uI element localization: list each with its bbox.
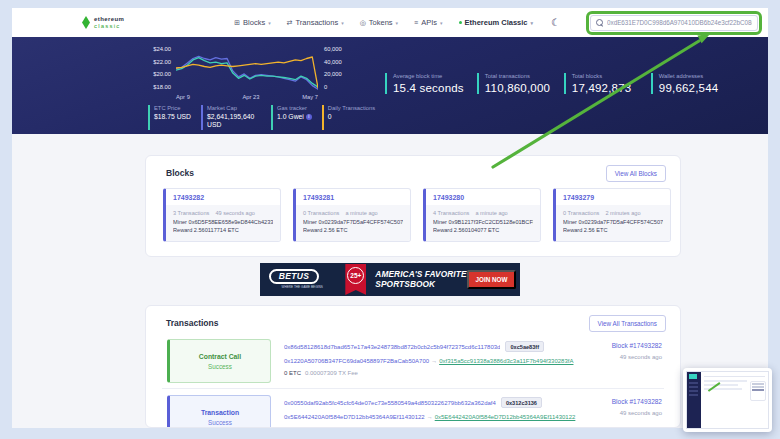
arrow-right-icon: → [431, 358, 437, 364]
page-preview-thumbnail[interactable] [683, 368, 772, 432]
ad-headline-line2: SPORTSBOOK [375, 280, 466, 290]
stat-value: 15.4 seconds [393, 82, 464, 94]
block-number-link[interactable]: 17493281 [296, 189, 410, 205]
search-annotation-highlight [586, 11, 762, 35]
tx-method-badge: 0xc5ae83ff [505, 341, 544, 352]
block-miner[interactable]: Miner 0x9B1217f3FcC2CD5128e01BCFFa.. [433, 218, 533, 227]
transaction-row: Transaction Success 0x00550daf92ab5fc45c… [167, 395, 662, 428]
age-badge-text: 25+ [347, 267, 364, 284]
block-age: a minute ago [475, 210, 507, 216]
block-card[interactable]: 17493282 3 Transactions49 seconds ago Mi… [163, 188, 281, 242]
top-navigation: ethereum classic ⊞ Blocks ▾ ⇄ Transactio… [12, 8, 768, 37]
tx-from-address-link[interactable]: 0x1220A50706B347FC69da0458897F2BaCab50A7… [284, 358, 429, 364]
block-age: a minute ago [345, 210, 377, 216]
transactions-section: Transactions View All Transactions Contr… [145, 305, 681, 428]
chevron-down-icon: ▾ [531, 20, 534, 26]
block-card[interactable]: 17493281 0 Transactionsa minute ago Mine… [293, 188, 411, 242]
explorer-page: ethereum classic ⊞ Blocks ▾ ⇄ Transactio… [12, 8, 768, 428]
block-number-link[interactable]: 17493282 [166, 189, 280, 205]
block-tx-count: 4 Transactions [433, 210, 469, 216]
info-icon[interactable]: i [306, 114, 312, 120]
nav-item-label: Tokens [369, 18, 393, 27]
block-card[interactable]: 17493280 4 Transactionsa minute ago Mine… [423, 188, 541, 242]
chevron-down-icon: ▾ [396, 20, 399, 26]
stat-label: Total transactions [485, 73, 551, 79]
block-card-body: 0 Transactions2 minutes ago Miner 0x0239… [556, 205, 670, 241]
legend-value: $2,641,195,640 USD [207, 113, 261, 130]
tx-status: Success [208, 419, 232, 426]
block-meta: 4 Transactionsa minute ago [433, 209, 533, 218]
block-miner[interactable]: Miner 0x0239da7F7D5aF4CFF574C507bb.. [563, 218, 663, 227]
ethereum-classic-logo[interactable]: ethereum classic [82, 16, 124, 30]
axis-tick: Apr 9 [176, 94, 190, 100]
betus-tagline: WHERE THE GAME BEGINS [282, 285, 323, 289]
block-number-link[interactable]: 17493280 [426, 189, 540, 205]
row-divider [162, 388, 664, 389]
chevron-down-icon: ▾ [440, 20, 443, 26]
tokens-icon: ◎ [360, 19, 366, 27]
view-all-blocks-button[interactable]: View All Blocks [606, 165, 666, 182]
search-box[interactable] [590, 15, 758, 31]
legend-gas-tracker: Gas tracker 1.0 Gweii [271, 105, 312, 130]
nav-item-transactions[interactable]: ⇄ Transactions ▾ [287, 18, 344, 27]
tx-type-badge: Transaction Success [167, 395, 271, 428]
thumbnail-logo-block [689, 374, 697, 379]
block-meta: 3 Transactions49 seconds ago [173, 209, 273, 218]
chevron-down-icon: ▾ [268, 20, 271, 26]
tx-value: 0 ETC [284, 370, 301, 376]
nav-item-blocks[interactable]: ⊞ Blocks ▾ [234, 18, 270, 27]
tx-value: 0 ETC [284, 426, 301, 428]
tx-to-address-link[interactable]: 0x5E6442420A0f584eD7D12bb45364A9Ef114301… [435, 414, 576, 420]
block-miner[interactable]: Miner 0x6D5F58EE658e9eD844Cb42337.. [173, 218, 273, 227]
stat-total-blocks: Total blocks 17,492,873 [564, 73, 638, 94]
tx-hash-link[interactable]: 0x86d58128618d7bad657e17a43e248738bd872b… [284, 344, 500, 350]
stat-value: 99,662,544 [659, 82, 725, 94]
block-card-body: 3 Transactions49 seconds ago Miner 0x6D5… [166, 205, 280, 241]
block-miner[interactable]: Miner 0x0239da7F7D5aF4CFF574C507bb.. [303, 218, 403, 227]
view-all-transactions-button[interactable]: View All Transactions [589, 315, 666, 332]
block-card-list: 17493282 3 Transactions49 seconds ago Mi… [163, 188, 671, 242]
thumbnail-main [701, 372, 768, 428]
axis-tick: May 7 [302, 94, 318, 100]
join-now-button[interactable]: JOIN NOW [467, 270, 517, 289]
tx-to-address-link[interactable]: 0xf315a5cc91338a3886d3c3a11F7b494f330283… [439, 358, 573, 364]
tx-block-link[interactable]: Block #17493282 [612, 398, 662, 405]
block-card[interactable]: 17493279 0 Transactions2 minutes ago Min… [553, 188, 671, 242]
tx-method-badge: 0x312c3136 [501, 397, 542, 408]
legend-market-cap: Market Cap $2,641,195,640 USD [201, 105, 261, 130]
transactions-icon: ⇄ [287, 19, 293, 27]
legend-label: Daily Transactions [328, 105, 375, 111]
tx-age: 49 seconds ago [612, 410, 662, 416]
network-selector[interactable]: Ethereum Classic ▾ [459, 18, 533, 27]
tx-type-badge: Contract Call Success [167, 339, 271, 383]
legend-label: Market Cap [207, 105, 261, 111]
tx-from-address-link[interactable]: 0x5E6442420A0f584eD7D12bb45364A9Ef114301… [284, 414, 425, 420]
nav-item-apis[interactable]: ≡ APIs ▾ [414, 18, 442, 27]
block-number-link[interactable]: 17493279 [556, 189, 670, 205]
nav-item-tokens[interactable]: ◎ Tokens ▾ [360, 18, 398, 27]
block-tx-count: 3 Transactions [173, 210, 209, 216]
chart-right-axis: 60,000 40,000 20,000 0 [318, 46, 348, 90]
legend-value: $18.75 USD [154, 113, 191, 121]
tx-hash-link[interactable]: 0x00550daf92ab5fc45cfc64de07ec73e5580549… [284, 400, 496, 406]
legend-label: Gas tracker [277, 105, 312, 111]
nav-item-label: APIs [421, 18, 437, 27]
gas-value: 1.0 Gwei [277, 113, 304, 120]
transaction-row: Contract Call Success 0x86d58128618d7bad… [167, 339, 662, 383]
legend-value: 1.0 Gweii [277, 113, 312, 121]
tx-fee: 0.000022312 TX Fee [305, 426, 361, 428]
axis-tick: 0 [324, 84, 348, 90]
block-reward: Reward 2.56 ETC [303, 226, 403, 235]
block-reward: Reward 2.560104077 ETC [433, 226, 533, 235]
network-selector-label: Ethereum Classic [465, 18, 528, 27]
dark-mode-toggle-moon-icon[interactable]: ☾ [551, 17, 560, 28]
axis-tick: $22.00 [146, 59, 171, 65]
stat-value: 17,492,873 [572, 82, 638, 94]
block-tx-count: 0 Transactions [563, 210, 599, 216]
ad-banner[interactable]: BETUS WHERE THE GAME BEGINS 25+ AMERICA'… [260, 263, 520, 296]
search-input[interactable] [607, 19, 752, 26]
tx-block-link[interactable]: Block #17493282 [612, 342, 662, 349]
block-age: 49 seconds ago [215, 210, 255, 216]
block-tx-count: 0 Transactions [303, 210, 339, 216]
axis-tick: 20,000 [324, 71, 348, 77]
